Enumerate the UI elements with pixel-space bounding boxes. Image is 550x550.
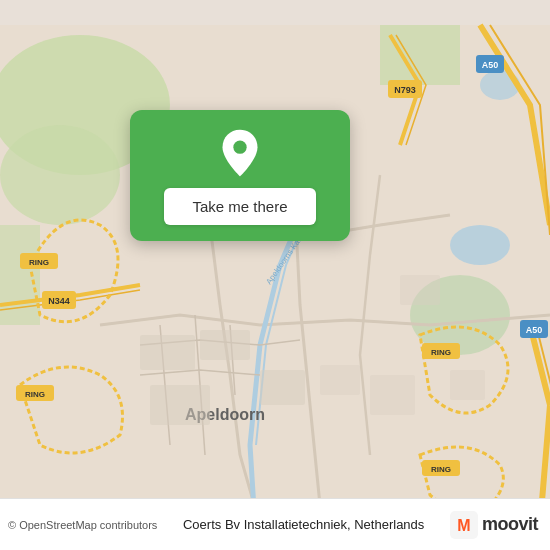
osm-copyright: © OpenStreetMap contributors — [8, 519, 157, 531]
svg-rect-32 — [400, 275, 440, 305]
location-name: Coerts Bv Installatietechniek, Netherlan… — [157, 517, 450, 532]
svg-rect-33 — [450, 370, 485, 400]
svg-rect-29 — [260, 370, 305, 405]
map-background: RING RING RING RING A50 A50 N793 N344 Ap… — [0, 0, 550, 550]
svg-text:RING: RING — [25, 390, 45, 399]
moovit-logo: M moovit — [450, 511, 538, 539]
svg-text:A50: A50 — [482, 60, 499, 70]
svg-rect-30 — [320, 365, 360, 395]
svg-rect-26 — [140, 335, 195, 370]
svg-rect-28 — [150, 385, 210, 425]
moovit-icon: M — [450, 511, 478, 539]
svg-point-2 — [0, 125, 120, 225]
svg-rect-31 — [370, 375, 415, 415]
svg-text:M: M — [457, 517, 470, 534]
svg-text:N793: N793 — [394, 85, 416, 95]
map-pin-icon — [215, 128, 265, 178]
svg-point-6 — [450, 225, 510, 265]
svg-text:RING: RING — [431, 348, 451, 357]
svg-rect-27 — [200, 330, 250, 360]
bottom-bar: © OpenStreetMap contributors Coerts Bv I… — [0, 498, 550, 550]
svg-text:N344: N344 — [48, 296, 70, 306]
svg-text:RING: RING — [29, 258, 49, 267]
svg-point-34 — [233, 141, 246, 154]
take-me-there-button[interactable]: Take me there — [164, 188, 315, 225]
map-container: RING RING RING RING A50 A50 N793 N344 Ap… — [0, 0, 550, 550]
svg-text:RING: RING — [431, 465, 451, 474]
svg-text:A50: A50 — [526, 325, 543, 335]
location-card: Take me there — [130, 110, 350, 241]
copyright-section: © OpenStreetMap contributors — [8, 519, 157, 531]
moovit-brand-text: moovit — [482, 514, 538, 535]
